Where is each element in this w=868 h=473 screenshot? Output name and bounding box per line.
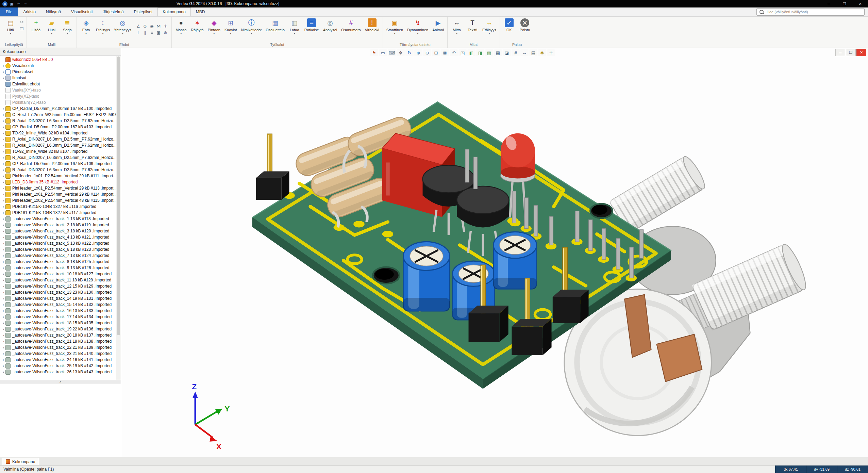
tree-item[interactable]: Pysty(XZ)-taso bbox=[0, 93, 116, 99]
scrollbar-thumb[interactable] bbox=[117, 56, 120, 335]
tree-item[interactable]: ›Ilmaisut bbox=[0, 75, 116, 81]
tree-item[interactable]: ›Piirustukset bbox=[0, 69, 116, 75]
tab-visualisointi[interactable]: Visualisointi bbox=[66, 7, 98, 16]
tree-item[interactable]: ›_autosave-WilsonFuzz_track_25 19 kB #14… bbox=[0, 363, 116, 369]
tree-item[interactable]: ›_autosave-WilsonFuzz_track_8 18 kB #125… bbox=[0, 259, 116, 265]
yhteneyys-button[interactable]: ◎Yhteneyys▾ bbox=[112, 17, 133, 35]
tree-item[interactable]: ›_autosave-WilsonFuzz_track_1 13 kB #118… bbox=[0, 216, 116, 222]
expand-arrow-icon[interactable]: › bbox=[1, 76, 5, 80]
expand-arrow-icon[interactable]: › bbox=[1, 260, 5, 264]
expand-arrow-icon[interactable]: › bbox=[1, 266, 5, 270]
previous-view-icon[interactable]: ↶ bbox=[450, 49, 458, 56]
animoi-button[interactable]: ▶Animoi bbox=[431, 17, 446, 32]
expand-arrow-icon[interactable]: › bbox=[1, 174, 5, 178]
mitta-button[interactable]: ↔Mitta▾ bbox=[449, 17, 464, 35]
pintaan-button[interactable]: ◆Pintaan▾ bbox=[206, 17, 222, 35]
tree-item[interactable]: ›C_Rect_L7.2mm_W2.5mm_P5.00mm_FKS2_FKP2_… bbox=[0, 112, 116, 118]
tab-mbd[interactable]: MBD bbox=[191, 7, 210, 16]
tree-item[interactable]: ›TO-92_Inline_Wide 32 kB #104 .Imported bbox=[0, 130, 116, 136]
expand-arrow-icon[interactable]: › bbox=[1, 229, 5, 233]
tree-item[interactable]: ›R_Axial_DIN0207_L6.3mm_D2.5mm_P7.62mm_H… bbox=[0, 154, 116, 161]
teksti-button[interactable]: TTeksti bbox=[465, 17, 480, 32]
tree-item[interactable]: ›_autosave-WilsonFuzz_track_7 13 kB #124… bbox=[0, 252, 116, 259]
poistu-button[interactable]: ✕Poistu bbox=[517, 17, 532, 32]
tree-item[interactable]: ›_autosave-WilsonFuzz_track_14 19 kB #13… bbox=[0, 295, 116, 301]
close-button[interactable]: ✕ bbox=[852, 0, 868, 7]
expand-arrow-icon[interactable]: › bbox=[1, 333, 5, 337]
cut-icon[interactable]: ✂ bbox=[19, 19, 25, 25]
expand-arrow-icon[interactable]: › bbox=[1, 149, 5, 153]
zoom-out-icon[interactable]: ⊖ bbox=[423, 49, 431, 56]
tree-item[interactable]: ›_autosave-WilsonFuzz_track_10 18 kB #12… bbox=[0, 271, 116, 277]
expand-arrow-icon[interactable]: › bbox=[1, 180, 5, 184]
tree-item[interactable]: ›_autosave-WilsonFuzz_track_2 18 kB #119… bbox=[0, 222, 116, 228]
expand-arrow-icon[interactable]: › bbox=[1, 217, 5, 221]
pin-icon[interactable]: ⚑ bbox=[370, 49, 378, 56]
analysoi-button[interactable]: ◎Analysoi bbox=[321, 17, 339, 32]
tree-item[interactable]: ›_autosave-WilsonFuzz_track_17 14 kB #13… bbox=[0, 314, 116, 320]
3d-viewport-canvas[interactable]: Z Y X bbox=[121, 48, 868, 457]
expand-arrow-icon[interactable]: › bbox=[1, 131, 5, 135]
shade-mode-1-icon[interactable]: ◧ bbox=[467, 49, 475, 56]
file-menu-button[interactable]: File bbox=[0, 7, 18, 16]
tree-item[interactable]: ›TO-92_Inline_Wide 32 kB #107 .Imported bbox=[0, 148, 116, 154]
symmetry-icon[interactable]: ⋈ bbox=[155, 23, 162, 30]
tree-item[interactable]: ›PinHeader_1x02_P2.54mm_Vertical 48 kB #… bbox=[0, 197, 116, 203]
expand-arrow-icon[interactable]: › bbox=[1, 223, 5, 227]
liita-button[interactable]: ▤Liitä▾ bbox=[3, 17, 18, 35]
tree-item[interactable]: ›R_Axial_DIN0207_L6.3mm_D2.5mm_P7.62mm_H… bbox=[0, 118, 116, 124]
tree-item[interactable]: ›_autosave-WilsonFuzz_track_22 21 kB #13… bbox=[0, 344, 116, 350]
zoom-fit-icon[interactable]: ⊠ bbox=[441, 49, 449, 56]
redo-icon[interactable]: ↷ bbox=[23, 1, 28, 6]
expand-arrow-icon[interactable]: › bbox=[1, 198, 5, 202]
osanumero-button[interactable]: #Osanumero bbox=[339, 17, 362, 32]
expand-arrow-icon[interactable]: › bbox=[1, 64, 5, 68]
expand-arrow-icon[interactable]: › bbox=[1, 137, 5, 141]
osaluettelo-button[interactable]: ▦Osaluettelo bbox=[264, 17, 286, 32]
tree-item[interactable]: ›_autosave-WilsonFuzz_track_19 22 kB #13… bbox=[0, 326, 116, 332]
save-icon[interactable]: ▣ bbox=[9, 1, 14, 6]
staattinen-button[interactable]: ▣Staattinen▾ bbox=[385, 17, 405, 35]
angle-icon[interactable]: ∠ bbox=[135, 23, 141, 30]
tree-item[interactable]: ›R_Axial_DIN0207_L6.3mm_D2.5mm_P7.62mm_H… bbox=[0, 142, 116, 148]
mdi-restore-button[interactable]: ❐ bbox=[846, 49, 856, 56]
expand-arrow-icon[interactable]: › bbox=[1, 168, 5, 172]
tangent-icon[interactable]: ⊙ bbox=[141, 23, 148, 30]
tree-item[interactable]: ›CP_Radial_D5.0mm_P2.00mm 167 kB #100 .I… bbox=[0, 105, 116, 112]
undo-icon[interactable]: ↶ bbox=[16, 1, 21, 6]
expand-arrow-icon[interactable]: › bbox=[1, 272, 5, 276]
kaaviot-button[interactable]: ⊞Kaaviot▾ bbox=[223, 17, 239, 35]
measure-icon[interactable]: ↔ bbox=[520, 49, 529, 56]
lataa-button[interactable]: ▥Lataa▾ bbox=[287, 17, 302, 35]
tree-item[interactable]: ›_autosave-WilsonFuzz_track_3 18 kB #120… bbox=[0, 228, 116, 234]
tree-item[interactable]: ›CP_Radial_D5.0mm_P2.00mm 167 kB #103 .I… bbox=[0, 124, 116, 130]
tree-item[interactable]: ›_autosave-WilsonFuzz_track_18 15 kB #13… bbox=[0, 320, 116, 326]
select-icon[interactable]: ▭ bbox=[379, 49, 387, 56]
expand-arrow-icon[interactable]: › bbox=[1, 241, 5, 245]
pattern-icon[interactable]: ✳ bbox=[162, 23, 169, 30]
electrolytic-capacitor-1[interactable] bbox=[403, 242, 450, 311]
pan-icon[interactable]: ✥ bbox=[397, 49, 405, 56]
tree-item[interactable]: ›_autosave-WilsonFuzz_track_9 13 kB #126… bbox=[0, 265, 116, 271]
grid-icon[interactable]: # bbox=[512, 49, 520, 56]
fullscreen-icon[interactable]: ✛ bbox=[547, 49, 555, 56]
expand-arrow-icon[interactable]: › bbox=[1, 70, 5, 74]
ratkaise-button[interactable]: =Ratkaise bbox=[303, 17, 321, 32]
tab-jarjestelma[interactable]: Järjestelmä bbox=[98, 7, 129, 16]
expand-arrow-icon[interactable]: › bbox=[1, 247, 5, 251]
tree-item[interactable]: ›PinHeader_1x01_P2.54mm_Vertical 29 kB #… bbox=[0, 173, 116, 179]
tree-item[interactable]: ›Visualisointi bbox=[0, 63, 116, 69]
tree-item[interactable]: ›CP_Radial_D5.0mm_P2.00mm 167 kB #109 .I… bbox=[0, 161, 116, 167]
tab-kokoonpano[interactable]: Kokoonpano bbox=[2, 458, 39, 465]
keyboard-icon[interactable]: ⌨ bbox=[388, 49, 396, 56]
tree-item[interactable]: Esivalitut ehdot bbox=[0, 81, 116, 87]
uusi-button[interactable]: ▰Uusi▾ bbox=[44, 17, 59, 35]
expand-arrow-icon[interactable]: › bbox=[1, 315, 5, 319]
etaisyys-button[interactable]: ↕Etäisyys▾ bbox=[94, 17, 112, 35]
equal-icon[interactable]: ≡ bbox=[148, 30, 155, 36]
pin-header-1[interactable] bbox=[256, 134, 289, 200]
expand-arrow-icon[interactable]: › bbox=[1, 119, 5, 123]
tree-item[interactable]: ›_autosave-WilsonFuzz_track_20 18 kB #13… bbox=[0, 332, 116, 338]
tree-item[interactable]: ›R_Axial_DIN0207_L6.3mm_D2.5mm_P7.62mm_H… bbox=[0, 136, 116, 142]
virheloki-button[interactable]: !Virheloki bbox=[363, 17, 381, 32]
